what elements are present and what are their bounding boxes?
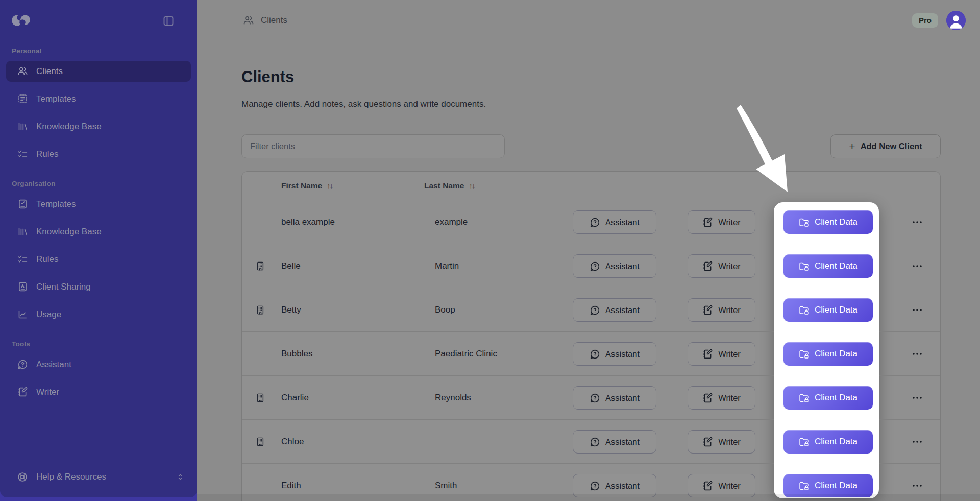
folder-lock-icon [799, 261, 810, 272]
writer-button[interactable]: Writer [688, 430, 755, 454]
sidebar-item-templates[interactable]: Templates [6, 194, 191, 214]
assistant-button[interactable]: Assistant [573, 342, 656, 366]
building-icon [255, 393, 265, 403]
column-header-first-name[interactable]: First Name ↑↓ [281, 181, 332, 190]
ellipsis-icon [911, 304, 923, 316]
table-header: First Name ↑↓ Last Name ↑↓ [242, 172, 940, 200]
client-data-button[interactable]: Client Data [783, 386, 873, 410]
users-icon [17, 66, 28, 77]
add-new-client-label: Add New Client [861, 141, 922, 151]
assistant-icon [17, 359, 28, 370]
sidebar-item-client-sharing[interactable]: Client Sharing [6, 276, 191, 297]
sort-icon[interactable]: ↑↓ [469, 181, 474, 190]
sidebar-item-help-resources[interactable]: Help & Resources [6, 466, 191, 487]
folder-lock-icon [799, 481, 810, 491]
assistant-button[interactable]: Assistant [573, 254, 656, 278]
sidebar-item-label: Rules [36, 254, 58, 265]
folder-lock-icon [799, 349, 810, 360]
sidebar-toggle-button[interactable] [162, 14, 176, 28]
list-checks-icon [17, 254, 28, 265]
writer-button[interactable]: Writer [688, 298, 755, 322]
writer-icon [17, 387, 28, 398]
assistant-button-label: Assistant [605, 349, 640, 359]
assistant-chat-icon [590, 349, 600, 360]
folder-lock-icon [799, 217, 810, 228]
sort-icon[interactable]: ↑↓ [327, 181, 332, 190]
sidebar-item-usage[interactable]: Usage [6, 304, 191, 325]
assistant-button[interactable]: Assistant [573, 386, 656, 410]
sidebar-item-writer[interactable]: Writer [6, 381, 191, 402]
row-menu-button[interactable] [903, 432, 932, 452]
writer-button[interactable]: Writer [688, 342, 755, 366]
sidebar-item-rules[interactable]: Rules [6, 249, 191, 270]
sidebar-item-knowledge-base[interactable]: Knowledge Base [6, 221, 191, 242]
client-data-button-label: Client Data [815, 305, 857, 315]
table-row: bella exampleexampleAssistantWriterClien… [242, 200, 940, 244]
client-data-button-label: Client Data [815, 481, 857, 491]
client-data-button-label: Client Data [815, 437, 857, 447]
assistant-button[interactable]: Assistant [573, 430, 656, 454]
sidebar-item-label: Help & Resources [36, 472, 106, 482]
row-menu-button[interactable] [903, 300, 932, 320]
ellipsis-icon [911, 480, 923, 492]
writer-button[interactable]: Writer [688, 254, 755, 278]
pro-badge: Pro [912, 13, 938, 28]
sidebar-item-label: Rules [36, 149, 58, 159]
writer-pen-icon [702, 481, 713, 491]
row-menu-button[interactable] [903, 388, 932, 408]
filter-clients-input[interactable] [241, 134, 505, 158]
sidebar-item-templates[interactable]: Templates [6, 88, 191, 109]
row-menu-button[interactable] [903, 344, 932, 364]
sidebar-section-tools: ToolsAssistantWriter [6, 340, 191, 402]
assistant-button[interactable]: Assistant [573, 298, 656, 322]
last-name-cell: Boop [435, 305, 455, 315]
writer-button[interactable]: Writer [688, 386, 755, 410]
assistant-button-label: Assistant [605, 305, 640, 315]
assistant-chat-icon [590, 217, 600, 228]
app-window: PersonalClientsTemplatesKnowledge BaseRu… [0, 0, 980, 501]
sidebar-section-label: Organisation [6, 180, 191, 187]
topbar-right: Pro [912, 0, 966, 41]
building-icon [255, 305, 265, 315]
ellipsis-icon [911, 216, 923, 228]
client-data-button[interactable]: Client Data [783, 342, 873, 366]
row-menu-button[interactable] [903, 475, 932, 496]
client-data-button[interactable]: Client Data [783, 298, 873, 322]
sidebar-item-clients[interactable]: Clients [6, 61, 191, 82]
ellipsis-icon [911, 436, 923, 448]
client-data-button[interactable]: Client Data [783, 430, 873, 454]
sidebar-item-label: Client Sharing [36, 282, 91, 292]
add-new-client-button[interactable]: + Add New Client [830, 134, 941, 158]
sidebar-item-label: Knowledge Base [36, 122, 102, 132]
library-icon [17, 121, 28, 132]
last-name-cell: Smith [435, 481, 457, 491]
column-header-last-name[interactable]: Last Name ↑↓ [424, 181, 474, 190]
sidebar-item-knowledge-base[interactable]: Knowledge Base [6, 116, 191, 137]
row-menu-button[interactable] [903, 256, 932, 276]
table-body: bella exampleexampleAssistantWriterClien… [242, 200, 940, 501]
topbar: Clients Pro [197, 0, 980, 41]
client-data-button[interactable]: Client Data [783, 254, 873, 278]
contact-book-icon [17, 281, 28, 293]
building-icon [255, 437, 265, 447]
sidebar-item-assistant[interactable]: Assistant [6, 354, 191, 375]
assistant-chat-icon [590, 305, 600, 316]
first-name-cell: Betty [281, 305, 301, 315]
breadcrumb[interactable]: Clients [243, 0, 287, 41]
assistant-button[interactable]: Assistant [573, 210, 656, 234]
writer-button-label: Writer [718, 218, 741, 227]
client-data-button-label: Client Data [815, 349, 857, 359]
assistant-button-label: Assistant [605, 218, 640, 227]
page-title: Clients [241, 68, 294, 86]
chevrons-up-down-icon[interactable] [175, 471, 186, 483]
first-name-cell: bella example [281, 217, 335, 227]
writer-button-label: Writer [718, 305, 741, 315]
user-avatar[interactable] [946, 11, 966, 30]
book-check-icon [17, 199, 28, 210]
sidebar-item-rules[interactable]: Rules [6, 144, 191, 164]
sidebar-section-label: Tools [6, 340, 191, 348]
client-data-button-label: Client Data [815, 393, 857, 403]
client-data-button[interactable]: Client Data [783, 210, 873, 234]
row-menu-button[interactable] [903, 212, 932, 232]
writer-button[interactable]: Writer [688, 210, 755, 234]
